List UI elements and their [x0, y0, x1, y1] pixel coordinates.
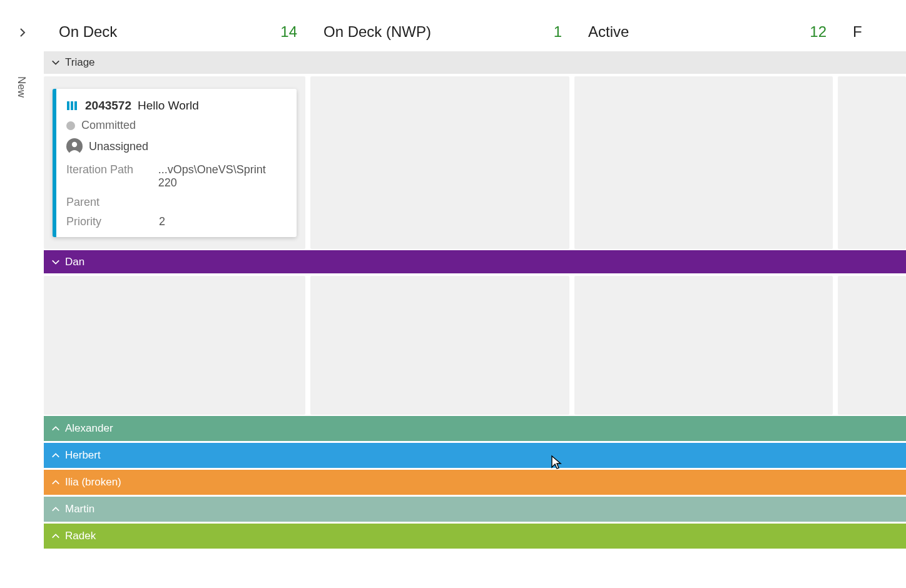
board-cell[interactable] — [838, 276, 906, 415]
card-state: Committed — [81, 119, 136, 132]
swimlane-header-alexander[interactable]: Alexander — [44, 416, 906, 441]
unassigned-person-icon — [66, 138, 83, 155]
board-cell[interactable] — [44, 276, 305, 415]
swimlane-label: Alexander — [65, 422, 113, 435]
chevron-down-icon — [51, 258, 60, 266]
card-field-iteration: Iteration Path ...vOps\OneVS\Sprint 220 — [66, 163, 287, 190]
column-title: On Deck — [59, 23, 117, 41]
column-count: 14 — [280, 23, 297, 41]
chevron-up-icon — [51, 424, 60, 433]
swimlane-header-martin[interactable]: Martin — [44, 497, 906, 522]
swimlane-body-triage: 2043572 Hello World Committed — [44, 74, 906, 250]
field-label: Iteration Path — [66, 163, 158, 190]
column-count: 12 — [810, 23, 827, 41]
side-rail: New — [0, 51, 44, 549]
swimlane-label: Dan — [65, 256, 84, 268]
board-columns-header: On Deck 14 On Deck (NWP) 1 Active 12 F — [0, 13, 906, 51]
field-label: Parent — [66, 196, 159, 209]
expand-swimlane-toggle[interactable] — [0, 13, 44, 51]
board-cell[interactable] — [310, 276, 569, 415]
column-count: 1 — [554, 23, 562, 41]
chevron-up-icon — [51, 532, 60, 540]
swimlane-header-ilia[interactable]: Ilia (broken) — [44, 470, 906, 495]
card-assignee-row[interactable]: Unassigned — [66, 138, 287, 155]
card-id: 2043572 — [85, 99, 131, 113]
field-value: 2 — [159, 215, 165, 228]
svg-point-4 — [72, 142, 77, 147]
state-dot-icon — [66, 121, 75, 130]
swimlane-label: Martin — [65, 503, 94, 515]
card-assignee: Unassigned — [89, 140, 148, 153]
board-cell[interactable] — [574, 276, 833, 415]
svg-rect-2 — [74, 101, 77, 110]
board-body: New Triage — [0, 51, 906, 549]
work-item-card[interactable]: 2043572 Hello World Committed — [53, 89, 297, 237]
column-header-on-deck[interactable]: On Deck 14 — [44, 13, 308, 51]
swimlane-label: Radek — [65, 530, 96, 542]
column-header-partial[interactable]: F — [838, 13, 906, 51]
swimlane-label: Ilia (broken) — [65, 476, 121, 489]
card-title: Hello World — [138, 99, 199, 113]
column-header-active[interactable]: Active 12 — [573, 13, 838, 51]
column-header-on-deck-nwp[interactable]: On Deck (NWP) 1 — [308, 13, 573, 51]
chevron-right-icon — [18, 28, 26, 36]
column-title: Active — [588, 23, 629, 41]
swimlane-label: Herbert — [65, 449, 101, 462]
column-title: On Deck (NWP) — [323, 23, 431, 41]
board-cell[interactable]: 2043572 Hello World Committed — [44, 76, 305, 249]
board-cell[interactable] — [310, 76, 569, 249]
card-field-priority: Priority 2 — [66, 215, 287, 228]
product-backlog-item-icon — [66, 99, 79, 112]
swimlane-header-dan[interactable]: Dan — [44, 250, 906, 273]
field-value: ...vOps\OneVS\Sprint 220 — [158, 163, 287, 190]
field-label: Priority — [66, 215, 159, 228]
board-cell[interactable] — [574, 76, 833, 249]
card-title-row: 2043572 Hello World — [66, 99, 287, 113]
board-main: Triage 2043572 Hello World — [44, 51, 906, 549]
svg-rect-0 — [67, 101, 69, 110]
board-cell[interactable] — [838, 76, 906, 249]
card-field-parent: Parent — [66, 196, 287, 209]
chevron-down-icon — [51, 58, 60, 67]
column-title: F — [853, 23, 862, 41]
top-spacer — [0, 0, 906, 13]
side-rail-label: New — [0, 51, 28, 98]
svg-rect-1 — [71, 101, 73, 110]
swimlane-header-radek[interactable]: Radek — [44, 524, 906, 549]
card-state-row: Committed — [66, 119, 287, 132]
chevron-up-icon — [51, 505, 60, 514]
swimlane-label: Triage — [65, 56, 95, 69]
swimlane-header-triage[interactable]: Triage — [44, 51, 906, 74]
swimlane-header-herbert[interactable]: Herbert — [44, 443, 906, 468]
swimlane-body-dan — [44, 273, 906, 416]
chevron-up-icon — [51, 478, 60, 487]
chevron-up-icon — [51, 451, 60, 460]
